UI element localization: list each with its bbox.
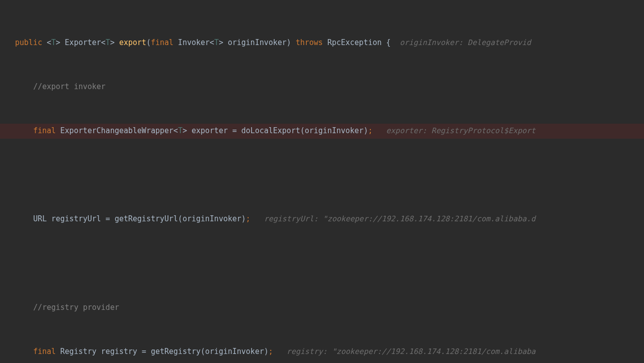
- text: URL registryUrl = getRegistryUrl(originI…: [33, 212, 246, 226]
- inlay-hint: registry: "zookeeper://192.168.174.128:2…: [287, 344, 536, 359]
- inlay-hint: originInvoker: DelegateProvid: [400, 36, 531, 50]
- indent: [15, 80, 33, 94]
- text: > originInvoker): [219, 36, 296, 50]
- semicolon: ;: [269, 344, 273, 359]
- text: (: [146, 36, 151, 50]
- indent: [15, 300, 33, 315]
- keyword: final: [33, 344, 56, 359]
- comment: //registry provider: [33, 300, 119, 315]
- inlay-hint: exporter: RegistryProtocol$Export: [386, 124, 536, 138]
- code-line[interactable]: //export invoker: [0, 80, 644, 95]
- code-line-highlighted[interactable]: final ExporterChangeableWrapper<T> expor…: [0, 124, 644, 139]
- text: >: [56, 36, 60, 50]
- comment: //export invoker: [33, 80, 106, 94]
- keyword: final: [151, 36, 173, 50]
- code-line[interactable]: [0, 256, 644, 271]
- generic: T: [214, 36, 219, 50]
- generic: T: [178, 124, 182, 138]
- code-line[interactable]: public <T> Exporter<T> export(final Invo…: [0, 36, 644, 51]
- inlay-hint: registryUrl: "zookeeper://192.168.174.12…: [264, 212, 536, 226]
- text: Exporter<: [60, 36, 105, 50]
- text: [372, 124, 386, 138]
- keyword: final: [33, 124, 56, 138]
- generic: T: [51, 36, 56, 50]
- text: ExporterChangeableWrapper<: [56, 124, 178, 138]
- code-editor[interactable]: public <T> Exporter<T> export(final Invo…: [0, 0, 644, 363]
- blank: [15, 256, 20, 271]
- text: > exporter = doLocalExport(originInvoker…: [182, 124, 368, 138]
- code-line[interactable]: URL registryUrl = getRegistryUrl(originI…: [0, 212, 644, 227]
- keyword: public: [15, 36, 42, 50]
- method-name: export: [119, 36, 146, 50]
- keyword: throws: [296, 36, 323, 50]
- indent: [15, 124, 33, 138]
- semicolon: ;: [246, 212, 251, 226]
- indent: [15, 344, 33, 359]
- text: [251, 212, 264, 226]
- generic: T: [106, 36, 110, 50]
- semicolon: ;: [368, 124, 372, 138]
- code-line[interactable]: //registry provider: [0, 300, 644, 315]
- text: Registry registry = getRegistry(originIn…: [56, 344, 268, 359]
- text: <: [47, 36, 51, 50]
- text: Invoker<: [173, 36, 214, 50]
- text: [273, 344, 287, 359]
- text: >: [110, 36, 119, 50]
- blank: [15, 168, 20, 182]
- indent: [15, 212, 33, 226]
- text: [42, 36, 47, 50]
- text: RpcException {: [323, 36, 400, 50]
- code-line[interactable]: final Registry registry = getRegistry(or…: [0, 344, 644, 359]
- code-line[interactable]: [0, 168, 644, 183]
